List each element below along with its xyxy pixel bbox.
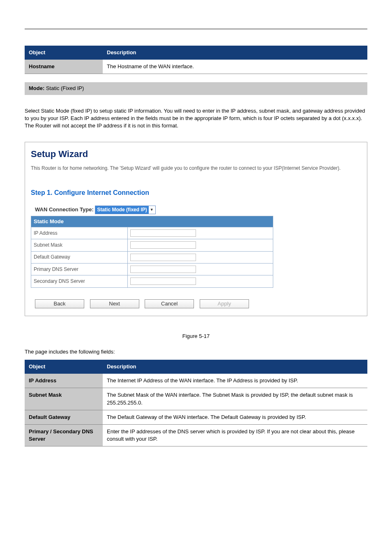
bottom-desc-1: The Subnet Mask of the WAN interface. Th… bbox=[103, 388, 367, 410]
wizard-description: This Router is for home networking. The … bbox=[31, 165, 361, 172]
wan-connection-value: Static Mode (fixed IP) bbox=[95, 206, 148, 214]
bottom-desc-0: The Internet IP Address of the WAN inter… bbox=[103, 374, 367, 388]
top-table-desc: The Hostname of the WAN interface. bbox=[103, 60, 367, 74]
bottom-object-3: Primary / Secondary DNS Server bbox=[25, 424, 103, 446]
figure-caption: Figure 5-17 bbox=[25, 333, 367, 340]
primary-dns-input[interactable] bbox=[130, 266, 196, 273]
bottom-desc-2: The Default Gateway of the WAN interface… bbox=[103, 410, 367, 424]
field-label-subnet: Subnet Mask bbox=[31, 239, 128, 251]
secondary-dns-input[interactable] bbox=[130, 278, 196, 285]
static-mode-header: Static Mode bbox=[31, 216, 273, 227]
top-table-header-desc: Description bbox=[103, 46, 367, 60]
bottom-object-1: Subnet Mask bbox=[25, 388, 103, 410]
field-label-dns1: Primary DNS Server bbox=[31, 263, 128, 275]
top-table-object: Hostname bbox=[25, 60, 103, 74]
intro-paragraph: Select Static Mode (fixed IP) to setup s… bbox=[25, 107, 367, 130]
wan-connection-label: WAN Connection Type: bbox=[35, 206, 94, 213]
table-row: Secondary DNS Server bbox=[31, 275, 273, 287]
next-button[interactable]: Next bbox=[90, 299, 139, 308]
top-object-table: Object Description Hostname The Hostname… bbox=[25, 46, 367, 74]
chevron-down-icon: ▼ bbox=[149, 207, 155, 213]
wan-connection-select[interactable]: Static Mode (fixed IP)▼ bbox=[95, 206, 155, 214]
top-table-header-object: Object bbox=[25, 46, 103, 60]
table-row: Default Gateway bbox=[31, 251, 273, 263]
bottom-desc-3: Enter the IP addresses of the DNS server… bbox=[103, 424, 367, 446]
wan-connection-row: WAN Connection Type: Static Mode (fixed … bbox=[31, 206, 361, 214]
mode-prefix: Mode: bbox=[29, 85, 44, 91]
mode-bar: Mode: Static (Fixed IP) bbox=[25, 82, 367, 95]
static-mode-table: Static Mode IP Address Subnet Mask Defau… bbox=[31, 216, 273, 288]
default-gateway-input[interactable] bbox=[130, 254, 196, 261]
step-title: Step 1. Configure Internet Connection bbox=[31, 188, 361, 197]
table-row: IP Address The Internet IP Address of th… bbox=[25, 374, 367, 388]
field-label-gateway: Default Gateway bbox=[31, 251, 128, 263]
wizard-title: Setup Wizard bbox=[31, 148, 361, 161]
setup-wizard-card: Setup Wizard This Router is for home net… bbox=[25, 142, 367, 316]
table-row: IP Address bbox=[31, 227, 273, 239]
back-button[interactable]: Back bbox=[35, 299, 84, 308]
cancel-button[interactable]: Cancel bbox=[145, 299, 194, 308]
field-label-dns2: Secondary DNS Server bbox=[31, 275, 128, 287]
table-row: Subnet Mask The Subnet Mask of the WAN i… bbox=[25, 388, 367, 410]
table-row: Default Gateway The Default Gateway of t… bbox=[25, 410, 367, 424]
table-row: Hostname The Hostname of the WAN interfa… bbox=[25, 60, 367, 74]
bottom-object-0: IP Address bbox=[25, 374, 103, 388]
apply-button: Apply bbox=[200, 299, 249, 308]
ip-address-input[interactable] bbox=[130, 229, 196, 237]
table-row: Subnet Mask bbox=[31, 239, 273, 251]
field-label-ip: IP Address bbox=[31, 227, 128, 239]
mode-value: Static (Fixed IP) bbox=[46, 85, 84, 91]
bottom-intro: The page includes the following fields: bbox=[25, 348, 367, 356]
wizard-button-row: Back Next Cancel Apply bbox=[31, 299, 361, 308]
table-row: Primary DNS Server bbox=[31, 263, 273, 275]
bottom-table-header-object: Object bbox=[25, 360, 103, 374]
table-row: Primary / Secondary DNS Server Enter the… bbox=[25, 424, 367, 446]
subnet-mask-input[interactable] bbox=[130, 241, 196, 249]
bottom-object-2: Default Gateway bbox=[25, 410, 103, 424]
horizontal-rule bbox=[25, 29, 367, 29]
bottom-table-header-desc: Description bbox=[103, 360, 367, 374]
bottom-object-table: Object Description IP Address The Intern… bbox=[25, 360, 367, 446]
